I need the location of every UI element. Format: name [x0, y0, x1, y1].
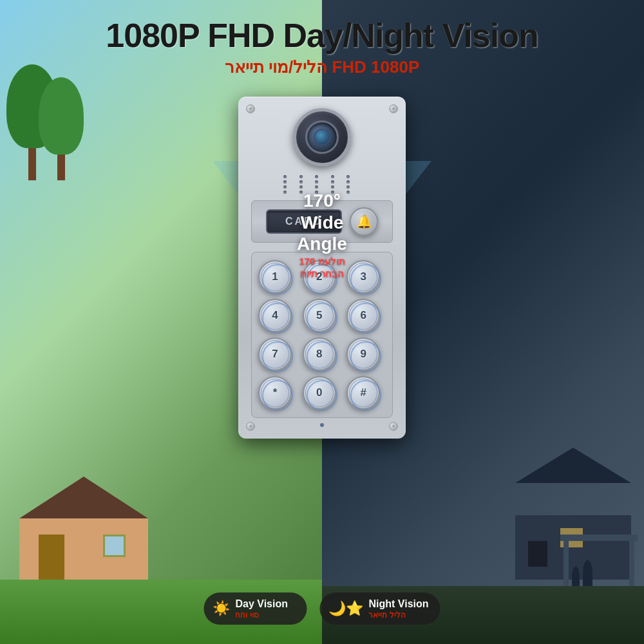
day-vision-text: Day Vision סוי וחח — [235, 598, 288, 620]
screw-bottom-left — [246, 422, 255, 431]
day-vision-label-en: Day Vision — [235, 598, 288, 610]
bottom-badges: ☀️ Day Vision סוי וחח 🌙⭐ Night Vision הל… — [204, 592, 440, 625]
mic-dot — [331, 185, 334, 189]
mic-dot — [315, 191, 318, 194]
mic-dot — [331, 175, 334, 178]
main-title: 1080P FHD Day/Night Vision — [106, 16, 538, 55]
night-vision-label-en: Night Vision — [368, 598, 428, 610]
night-vision-badge: 🌙⭐ Night Vision הליל תייאר — [319, 592, 440, 625]
moon-star-icon: 🌙⭐ — [328, 600, 363, 617]
mic-dot — [299, 185, 303, 189]
mic-dot — [315, 175, 318, 178]
main-content: 1080P FHD Day/Night Vision הליל/מוי תייא… — [0, 0, 644, 644]
camera-housing — [293, 108, 351, 166]
key-6[interactable]: 6 — [346, 299, 380, 332]
screw-bottom-right — [389, 422, 398, 431]
mic-dot — [299, 180, 303, 184]
camera-section — [251, 108, 393, 166]
bell-icon: 🔔 — [356, 214, 372, 229]
mic-dot — [299, 175, 303, 178]
mic-dot — [346, 191, 350, 194]
mic-dot — [283, 180, 287, 184]
card-bell-row: CARD 🔔 — [251, 200, 393, 243]
main-title-hebrew: הליל/מוי תייאר FHD 1080P — [106, 57, 538, 77]
key-2[interactable]: 2 — [303, 260, 336, 294]
mic-dot — [346, 180, 350, 184]
night-vision-label-he: הליל תייאר — [368, 611, 428, 620]
mic-dot — [283, 185, 287, 189]
mic-dot — [346, 175, 350, 178]
mic-dot — [315, 185, 318, 189]
key-1[interactable]: 1 — [258, 260, 292, 294]
sun-icon: ☀️ — [213, 600, 230, 617]
mic-dot — [346, 185, 350, 189]
mic-dot — [283, 191, 287, 194]
key-#[interactable]: # — [346, 376, 380, 410]
header: 1080P FHD Day/Night Vision הליל/מוי תייא… — [106, 0, 538, 77]
key-8[interactable]: 8 — [303, 337, 336, 371]
mic-dot — [315, 180, 318, 184]
key-9[interactable]: 9 — [346, 337, 380, 371]
key-3[interactable]: 3 — [346, 260, 380, 294]
mic-dot — [331, 180, 334, 184]
microphone-dots — [283, 175, 361, 194]
keypad-grid: 123456789*0# — [258, 260, 386, 410]
key-*[interactable]: * — [258, 376, 292, 410]
key-0[interactable]: 0 — [303, 376, 336, 410]
key-4[interactable]: 4 — [258, 299, 292, 332]
night-vision-text: Night Vision הליל תייאר — [368, 598, 428, 620]
keypad: 123456789*0# — [251, 252, 393, 418]
bell-button[interactable]: 🔔 — [350, 207, 378, 236]
mic-dot — [331, 191, 334, 194]
camera-lens — [305, 120, 339, 154]
key-5[interactable]: 5 — [303, 299, 336, 332]
card-slot[interactable]: CARD — [266, 209, 342, 234]
mic-dot — [283, 175, 287, 178]
key-7[interactable]: 7 — [258, 337, 292, 371]
device-wrapper: 170° Wide Angle תולעמ 170 הבחר תיוח — [238, 97, 406, 439]
camera-inner-lens — [314, 129, 330, 146]
day-vision-badge: ☀️ Day Vision סוי וחח — [204, 592, 307, 625]
led-indicator — [320, 423, 324, 427]
device-panel: CARD 🔔 123456789*0# — [238, 97, 406, 439]
mic-dot — [299, 191, 303, 194]
day-vision-label-he: סוי וחח — [235, 611, 288, 620]
